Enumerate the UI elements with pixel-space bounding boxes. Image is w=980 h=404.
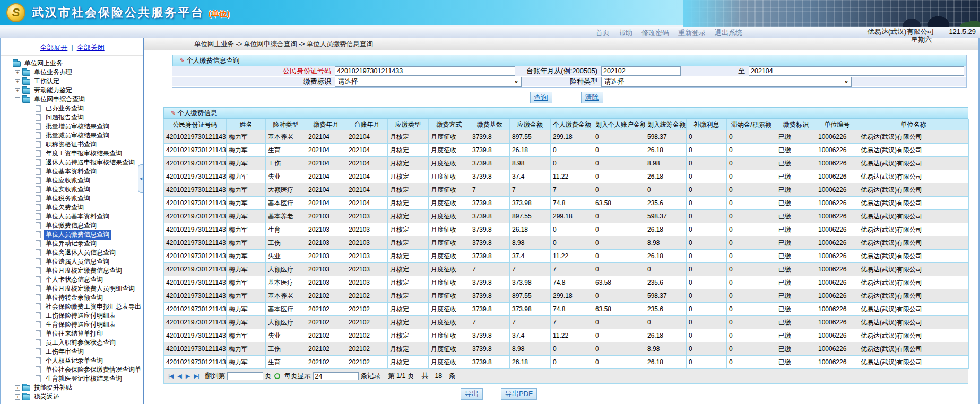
tree-item[interactable]: + 稳岗返还 <box>1 392 143 401</box>
tree-item[interactable]: 单位欠费查询 <box>1 203 143 212</box>
tree-item[interactable]: 退休人员待遇申报审核结果查询 <box>1 158 143 167</box>
topnav-link[interactable]: 帮助 <box>619 28 632 38</box>
tree-item[interactable]: 单位异动记录查询 <box>1 239 143 248</box>
table-row[interactable]: 420102197301211433 梅力军 工伤 202102 202102 … <box>164 342 969 356</box>
table-row[interactable]: 420102197301211433 梅力军 工伤 202103 202103 … <box>164 236 969 250</box>
tree-item[interactable]: 单位人员缴费信息查询 <box>1 230 143 239</box>
tree-item[interactable]: 生育保险待遇应付明细表 <box>1 320 143 329</box>
cell-base: 3739.8 <box>470 144 510 157</box>
tree-item[interactable]: 单位往来结算单打印 <box>1 329 143 338</box>
pay-flag-select[interactable]: 请选择 ∨ <box>335 77 522 87</box>
tree-item[interactable]: 单位税务账查询 <box>1 194 143 203</box>
tree-item[interactable]: 单位月度核定缴费人员明细查询 <box>1 284 143 293</box>
expand-all-link[interactable]: 全部展开 <box>40 43 67 51</box>
ledger-to-input[interactable] <box>749 66 964 76</box>
tree-item[interactable]: + 工伤认定 <box>1 77 143 86</box>
cell-pay-mode: 月度征收 <box>429 236 470 250</box>
cell-id: 420102197301211433 <box>164 289 227 303</box>
tree-item[interactable]: 批量增员审核结果查询 <box>1 122 143 131</box>
export-button[interactable]: 导出 <box>461 388 483 400</box>
tree-expander-icon[interactable]: + <box>15 79 20 84</box>
last-page-button[interactable]: ▶| <box>194 373 198 380</box>
tree-item-label[interactable]: 稳岗返还 <box>32 392 61 402</box>
tree-expander-icon[interactable]: + <box>15 70 20 75</box>
table-row[interactable]: 420102197301211433 梅力军 基本医疗 202104 20210… <box>164 197 969 210</box>
tree-item[interactable]: 单位实收账查询 <box>1 185 143 194</box>
tree-item[interactable]: + 单位业务办理 <box>1 68 143 77</box>
table-row[interactable]: 420102197301211433 梅力军 生育 202104 202104 … <box>164 144 969 157</box>
tree-item[interactable]: 问题报告查询 <box>1 113 143 122</box>
topnav-link[interactable]: 修改密码 <box>641 28 669 38</box>
table-row[interactable]: 420102197301211433 梅力军 生育 202103 202103 … <box>164 223 969 236</box>
table-row[interactable]: 420102197301211433 梅力军 工伤 202104 202104 … <box>164 157 969 170</box>
table-row[interactable]: 420102197301211433 梅力军 失业 202103 202103 … <box>164 250 969 263</box>
id-number-input[interactable] <box>335 66 515 76</box>
tree-item[interactable]: 社会保险缴费工资申报汇总表导出 <box>1 302 143 311</box>
cell-unit-no: 10006226 <box>816 276 858 289</box>
ledger-from-input[interactable] <box>601 66 681 76</box>
tree-item[interactable]: 单位人员基本资料查询 <box>1 212 143 221</box>
topnav-link[interactable]: 重新登录 <box>678 28 706 38</box>
prev-page-button[interactable]: ◀ <box>177 373 181 380</box>
tree-item[interactable]: 生育就医登记审核结果查询 <box>1 374 143 383</box>
tree-item[interactable]: 已办业务查询 <box>1 104 143 113</box>
tree-item[interactable]: 工伤保险待遇应付明细表 <box>1 311 143 320</box>
cell-base: 3739.8 <box>470 342 510 356</box>
tree-item[interactable]: 单位待转金余额查询 <box>1 293 143 302</box>
tree-item[interactable]: 工伤年审查询 <box>1 347 143 356</box>
table-row[interactable]: 420102197301211433 梅力军 生育 202102 202102 … <box>164 356 969 369</box>
table-row[interactable]: 420102197301211433 梅力军 基本养老 202102 20210… <box>164 289 969 303</box>
table-row[interactable]: 420102197301211433 梅力军 大额医疗 202103 20210… <box>164 263 969 276</box>
tree-item[interactable]: 单位月度核定缴费信息查询 <box>1 266 143 275</box>
per-page-input[interactable] <box>313 372 359 380</box>
topnav-link[interactable]: 退出系统 <box>715 28 742 38</box>
query-button[interactable]: 查询 <box>530 92 552 103</box>
tree-item[interactable]: 单位网上业务 <box>1 59 143 68</box>
topnav-link[interactable]: 首页 <box>596 28 610 38</box>
tree-expander-icon[interactable]: + <box>15 385 20 391</box>
ins-type-select[interactable]: 请选择 ∨ <box>601 77 852 87</box>
tree-item[interactable]: 单位社会保险参保缴费情况查询单 <box>1 365 143 374</box>
tree-expander-icon[interactable]: + <box>15 394 20 400</box>
table-row[interactable]: 420102197301211433 梅力军 基本医疗 202102 20210… <box>164 303 969 316</box>
tree-item[interactable]: 员工入职前参保状态查询 <box>1 338 143 347</box>
cell-personal-account: 0 <box>593 236 645 250</box>
cell-pay-mode: 月度征收 <box>429 303 470 316</box>
tree-item[interactable]: 年度工资申报审核结果查询 <box>1 149 143 158</box>
dropdown-caret-icon: ∨ <box>844 80 848 84</box>
export-pdf-button[interactable]: 导出PDF <box>501 388 537 400</box>
table-row[interactable]: 420102197301211433 梅力军 基本养老 202103 20210… <box>164 210 969 223</box>
tree-item[interactable]: - 单位网申综合查询 <box>1 95 143 104</box>
table-row[interactable]: 420102197301211433 梅力军 失业 202104 202104 … <box>164 170 969 183</box>
tree-item[interactable]: 单位基本资料查询 <box>1 167 143 176</box>
tree-item[interactable]: 单位应收账查询 <box>1 176 143 185</box>
table-row[interactable]: 420102197301211433 梅力军 基本养老 202104 20210… <box>164 130 969 144</box>
tree-expander-icon[interactable]: - <box>15 97 20 102</box>
tree-item[interactable]: + 技能提升补贴 <box>1 383 143 392</box>
tree-item[interactable]: 个人卡状态信息查询 <box>1 275 143 284</box>
next-page-button[interactable]: ▶ <box>186 373 189 380</box>
clear-button[interactable]: 清除 <box>581 92 603 103</box>
table-row[interactable]: 420102197301211433 梅力军 基本医疗 202103 20210… <box>164 276 969 289</box>
refresh-icon[interactable] <box>274 373 280 379</box>
cell-ledger-month: 202104 <box>346 183 388 197</box>
tree-item[interactable]: 个人权益记录单查询 <box>1 356 143 365</box>
cell-pool-amount: 235.6 <box>645 276 687 289</box>
sidebar-collapse-handle[interactable]: ◀ <box>138 164 143 193</box>
tree-item[interactable]: 单位缴费信息查询 <box>1 221 143 230</box>
tree-item[interactable]: + 劳动能力鉴定 <box>1 86 143 95</box>
tree-item[interactable]: 单位离退休人员信息查询 <box>1 248 143 257</box>
cell-due-amount: 26.18 <box>510 223 551 236</box>
tree-item[interactable]: 批量减员审核结果查询 <box>1 131 143 140</box>
tree-item[interactable]: 职称资格证书查询 <box>1 140 143 149</box>
column-header: 单位名称 <box>858 119 969 130</box>
tree-item[interactable]: 单位遗属人员信息查询 <box>1 257 143 266</box>
table-row[interactable]: 420102197301211433 梅力军 失业 202102 202102 … <box>164 329 969 342</box>
goto-page-input[interactable] <box>227 372 263 380</box>
first-page-button[interactable]: |◀ <box>168 373 173 380</box>
collapse-all-link[interactable]: 全部关闭 <box>77 43 105 51</box>
table-row[interactable]: 420102197301211433 梅力军 大额医疗 202102 20210… <box>164 316 969 329</box>
tree-node-icon <box>36 132 41 139</box>
tree-expander-icon[interactable]: + <box>15 88 20 93</box>
table-row[interactable]: 420102197301211433 梅力军 大额医疗 202104 20210… <box>164 183 969 197</box>
